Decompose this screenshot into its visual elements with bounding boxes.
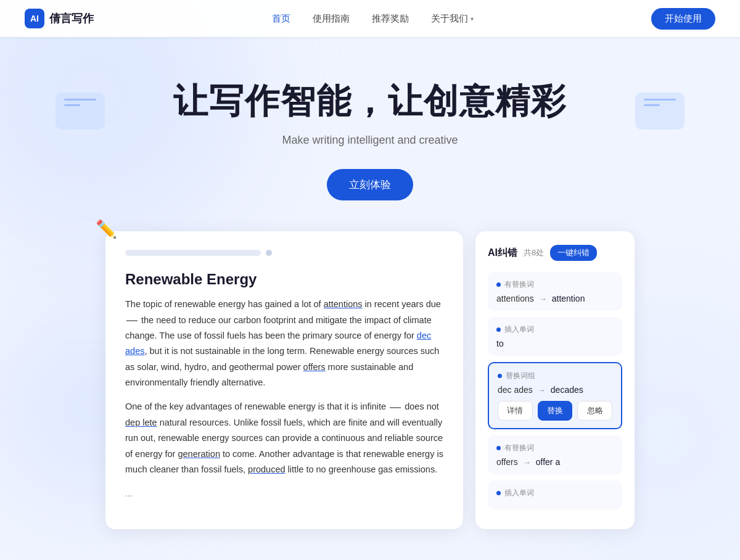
ai-item-tag-4: 有替换词 bbox=[496, 443, 614, 453]
hero-cta-button[interactable]: 立刻体验 bbox=[327, 169, 413, 200]
editor-title: Renewable Energy bbox=[125, 271, 443, 288]
deco-line bbox=[64, 99, 96, 101]
ai-item-tag-5: 插入单词 bbox=[496, 488, 614, 498]
editor-ellipsis: ... bbox=[125, 486, 443, 501]
ai-to-1: attention bbox=[552, 294, 585, 303]
editor-body: The topic of renewable energy has gained… bbox=[125, 297, 443, 502]
main-area: ✏️ Renewable Energy The topic of renewab… bbox=[0, 225, 740, 554]
deco-line-r bbox=[644, 99, 676, 101]
pencil-icon: ✏️ bbox=[96, 219, 117, 239]
editor-paragraph-2: One of the key advantages of renewable e… bbox=[125, 399, 443, 477]
hero-section: 让写作智能，让创意精彩 Make writing intelligent and… bbox=[0, 37, 740, 225]
ai-item-4: 有替换词 offers → offer a bbox=[488, 435, 622, 474]
error-offers: offers bbox=[303, 362, 326, 372]
ai-one-click-button[interactable]: 一键纠错 bbox=[550, 245, 597, 261]
ai-arrow-4: → bbox=[523, 458, 531, 467]
toolbar-dot bbox=[266, 250, 272, 256]
error-deplete: dep lete bbox=[125, 418, 157, 427]
ai-insert-2: to bbox=[496, 339, 504, 348]
error-attentions: attentions bbox=[324, 299, 363, 309]
navbar: AI 倩言写作 首页 使用指南 推荐奖励 关于我们 ▾ 开始使用 bbox=[0, 0, 740, 37]
ai-item-2: 插入单词 to bbox=[488, 317, 622, 356]
ai-item-5: 插入单词 bbox=[488, 480, 622, 509]
ai-item-content-4: offers → offer a bbox=[496, 457, 614, 467]
editor-toolbar bbox=[125, 250, 443, 256]
ai-item-tag-2: 插入单词 bbox=[496, 324, 614, 335]
ai-item-tag-1: 有替换词 bbox=[496, 279, 614, 290]
ai-arrow-1: → bbox=[539, 294, 547, 303]
logo-icon: AI bbox=[25, 9, 44, 28]
ai-arrow-3: → bbox=[538, 385, 546, 395]
toolbar-bar bbox=[125, 250, 261, 256]
ai-panel: AI纠错 共8处 一键纠错 有替换词 attentions → attentio… bbox=[475, 231, 635, 529]
error-decades: dec ades bbox=[125, 331, 431, 356]
hero-title: 让写作智能，让创意精彩 bbox=[12, 80, 728, 121]
deco-line-short bbox=[64, 104, 80, 106]
ai-item-3[interactable]: 替换词组 dec ades → decades 详情 替换 忽略 bbox=[488, 362, 622, 429]
ai-detail-button[interactable]: 详情 bbox=[498, 401, 533, 421]
nav-link-guide[interactable]: 使用指南 bbox=[313, 13, 350, 25]
error-produced: produced bbox=[248, 464, 285, 474]
ai-count-label: 共8处 bbox=[524, 247, 544, 258]
ai-from-4: offers bbox=[496, 457, 518, 467]
ai-item-3-actions: 详情 替换 忽略 bbox=[498, 401, 612, 421]
editor-paragraph-1: The topic of renewable energy has gained… bbox=[125, 297, 443, 390]
nav-link-about[interactable]: 关于我们 ▾ bbox=[431, 13, 474, 25]
error-generation: generation bbox=[178, 449, 220, 459]
ai-item-content-2: to bbox=[496, 339, 614, 348]
ai-panel-title: AI纠错 bbox=[488, 247, 517, 260]
ai-item-content-3: dec ades → decades bbox=[498, 385, 612, 395]
navbar-links: 首页 使用指南 推荐奖励 关于我们 ▾ bbox=[272, 13, 474, 25]
ai-from-1: attentions bbox=[496, 294, 534, 303]
ai-item-content-1: attentions → attention bbox=[496, 294, 614, 303]
editor-panel: Renewable Energy The topic of renewable … bbox=[105, 231, 463, 529]
ai-to-4: offer a bbox=[536, 457, 560, 467]
ai-panel-header: AI纠错 共8处 一键纠错 bbox=[488, 245, 622, 261]
ai-item-1: 有替换词 attentions → attention bbox=[488, 272, 622, 311]
start-button[interactable]: 开始使用 bbox=[651, 8, 715, 30]
ai-replace-button[interactable]: 替换 bbox=[538, 401, 573, 421]
hero-subtitle: Make writing intelligent and creative bbox=[12, 134, 728, 147]
ai-to-3: decades bbox=[551, 385, 583, 395]
ai-ignore-button[interactable]: 忽略 bbox=[577, 401, 612, 421]
ai-from-3: dec ades bbox=[498, 385, 533, 395]
chevron-down-icon: ▾ bbox=[471, 15, 474, 22]
blank-mark-1 bbox=[126, 320, 138, 321]
nav-link-home[interactable]: 首页 bbox=[272, 13, 290, 25]
logo[interactable]: AI 倩言写作 bbox=[25, 9, 94, 28]
deco-card-left bbox=[56, 93, 105, 130]
logo-text: 倩言写作 bbox=[49, 11, 94, 26]
ai-item-tag-3: 替换词组 bbox=[498, 371, 612, 381]
deco-card-right bbox=[635, 93, 684, 130]
blank-mark-2 bbox=[390, 407, 401, 408]
nav-link-rewards[interactable]: 推荐奖励 bbox=[372, 13, 409, 25]
deco-line-short-r bbox=[644, 104, 660, 106]
